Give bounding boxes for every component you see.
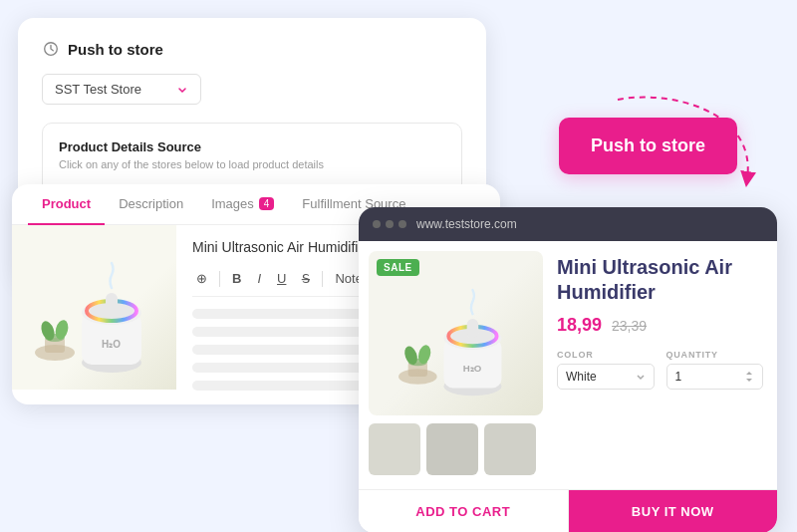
svg-text:H₂O: H₂O xyxy=(462,363,481,374)
toolbar-italic[interactable]: I xyxy=(253,269,265,288)
tab-product[interactable]: Product xyxy=(28,184,105,225)
product-image: H₂O xyxy=(12,225,176,390)
store-thumb-2[interactable] xyxy=(426,423,478,475)
color-select[interactable]: White xyxy=(557,364,655,390)
store-product: SALE H₂O xyxy=(359,241,777,485)
tab-images[interactable]: Images 4 xyxy=(197,184,288,225)
product-details-label: Product Details Source xyxy=(59,139,445,154)
chevron-down-icon-color xyxy=(636,372,646,382)
tab-description[interactable]: Description xyxy=(105,184,197,225)
panel-header: Push to store xyxy=(42,40,462,58)
add-to-cart-button[interactable]: ADD TO CART xyxy=(359,490,569,532)
browser-dot-1 xyxy=(373,220,381,228)
toolbar-sep-1 xyxy=(219,271,220,287)
buy-now-button[interactable]: BUY IT NOW xyxy=(569,490,778,532)
browser-dot-2 xyxy=(386,220,394,228)
browser-url: www.teststore.com xyxy=(416,217,517,231)
sale-badge: SALE xyxy=(377,259,419,276)
svg-rect-11 xyxy=(106,293,118,313)
toolbar-underline[interactable]: U xyxy=(273,269,290,288)
quantity-input[interactable]: 1 xyxy=(666,364,764,390)
store-price-row: 18,99 23,39 xyxy=(557,315,763,336)
store-select-label: SST Test Store xyxy=(55,82,141,97)
store-main-image: SALE H₂O xyxy=(369,251,543,415)
color-field: COLOR White xyxy=(557,350,655,390)
store-thumbnails xyxy=(369,423,543,475)
store-select-row: SST Test Store xyxy=(42,74,462,105)
browser-bar: www.teststore.com xyxy=(359,207,777,241)
store-thumb-3[interactable] xyxy=(484,423,536,475)
sync-icon xyxy=(42,40,60,58)
quantity-label: QUANTITY xyxy=(666,350,764,360)
store-price-main: 18,99 xyxy=(557,315,602,336)
images-badge: 4 xyxy=(259,197,275,210)
toolbar-search[interactable]: ⊕ xyxy=(192,269,211,288)
chevron-down-icon xyxy=(176,84,188,96)
store-fields: COLOR White QUANTITY 1 xyxy=(557,350,763,390)
quantity-value: 1 xyxy=(675,370,682,384)
toolbar-sep-2 xyxy=(322,271,323,287)
svg-rect-23 xyxy=(466,319,478,338)
color-label: COLOR xyxy=(557,350,655,360)
browser-dots xyxy=(373,220,406,228)
browser-dot-3 xyxy=(398,220,406,228)
color-value: White xyxy=(566,370,597,384)
humidifier-svg: H₂O xyxy=(30,233,159,383)
store-product-title: Mini Ultrasonic Air Humidifier xyxy=(557,255,763,305)
store-humidifier-svg: H₂O xyxy=(387,261,526,405)
store-info-column: Mini Ultrasonic Air Humidifier 18,99 23,… xyxy=(553,241,777,485)
quantity-arrows-icon xyxy=(744,370,754,384)
push-to-store-button[interactable]: Push to store xyxy=(559,118,737,174)
svg-text:H₂O: H₂O xyxy=(102,339,121,350)
product-details-hint: Click on any of the stores below to load… xyxy=(59,158,445,170)
panel-title: Push to store xyxy=(68,41,163,58)
store-price-old: 23,39 xyxy=(612,318,647,334)
store-thumb-1[interactable] xyxy=(369,423,420,475)
quantity-field: QUANTITY 1 xyxy=(666,350,764,390)
store-image-column: SALE H₂O xyxy=(359,241,553,485)
toolbar-bold[interactable]: B xyxy=(228,269,245,288)
store-actions: ADD TO CART BUY IT NOW xyxy=(359,489,777,532)
store-select-dropdown[interactable]: SST Test Store xyxy=(42,74,201,105)
store-preview-panel: www.teststore.com SALE xyxy=(359,207,777,532)
text-line-3 xyxy=(192,345,368,355)
toolbar-strikethrough[interactable]: S̶ xyxy=(298,269,314,288)
